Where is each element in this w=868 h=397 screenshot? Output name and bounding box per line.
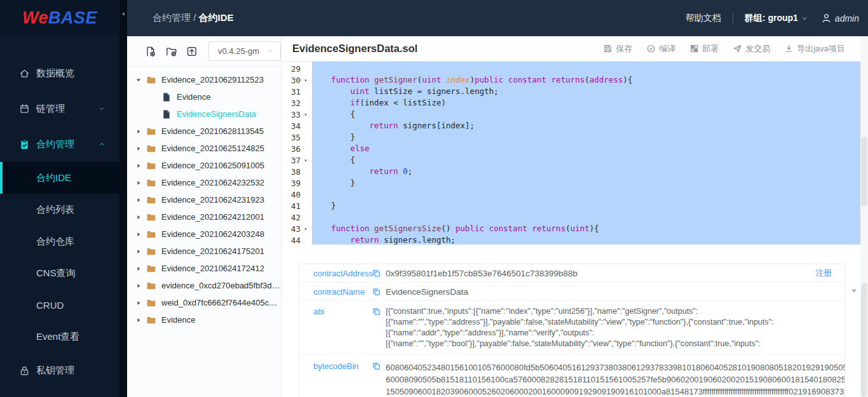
fold-toggle-icon[interactable]: ▾ (301, 226, 311, 232)
sidebar-subitem-CNS查询[interactable]: CNS查询 (0, 257, 119, 289)
collapse-left-icon[interactable] (120, 10, 126, 18)
tree-item[interactable]: Evidence_20210624172412 (127, 260, 281, 277)
file-icon (161, 92, 172, 102)
code-line: return signers.length; (312, 234, 860, 245)
tree-item[interactable]: Evidence_20210624231923 (127, 191, 281, 208)
sidebar-item-私钥管理[interactable]: 私钥管理 (0, 353, 119, 388)
new-file-icon[interactable] (145, 46, 156, 57)
detail-label: abi (299, 307, 372, 349)
save-icon (603, 44, 613, 53)
gutter-row: 34 (281, 120, 312, 131)
tree-item[interactable]: Evidence_20210624232532 (127, 174, 281, 191)
detail-value: 608060405234801561001057600080fd5b506040… (386, 361, 844, 397)
gutter-row: 30▾ (281, 74, 312, 86)
copy-icon[interactable] (372, 269, 381, 278)
line-number: 38 (281, 167, 301, 177)
copy-icon[interactable] (372, 361, 381, 371)
register-link[interactable]: 注册 (815, 267, 832, 279)
vertical-scrollbar[interactable] (860, 36, 868, 397)
toolbar-button-导出java项目[interactable]: 导出java项目 (784, 43, 845, 55)
toolbar-button-部署[interactable]: 部署 (689, 43, 719, 55)
code-line (312, 212, 860, 223)
code-line: { (312, 154, 860, 166)
scrollbar-thumb[interactable] (861, 283, 867, 397)
sidebar-item-合约管理[interactable]: 合约管理 (0, 126, 119, 162)
fold-toggle-icon[interactable]: ▾ (301, 158, 311, 163)
sidebar-subitem-CRUD[interactable]: CRUD (0, 289, 119, 321)
toolbar-button-编译[interactable]: 编译 (646, 43, 675, 55)
caret-right-icon[interactable] (135, 316, 142, 324)
folder-icon (146, 126, 156, 137)
tree-item[interactable]: Evidence (127, 311, 281, 328)
caret-right-icon[interactable] (135, 145, 142, 152)
caret-right-icon[interactable] (135, 162, 142, 170)
gutter-row: 33▾ (281, 109, 312, 120)
detail-value-line: EvidenceSignersData (386, 287, 844, 297)
user-menu[interactable]: admin (821, 13, 859, 24)
sidebar-subitem-Event查看[interactable]: Event查看 (0, 321, 119, 353)
caret-right-icon[interactable] (135, 196, 142, 204)
sidebar-item-数据概览[interactable]: 数据概览 (0, 55, 119, 91)
tree-item-label: evidence_0xcd270ebad5fbf3ddf42... (161, 281, 281, 290)
sidebar-subitem-合约列表[interactable]: 合约列表 (0, 194, 119, 225)
sidebar-item-label: 数据概览 (36, 67, 119, 79)
help-docs-link[interactable]: 帮助文档 (686, 13, 721, 24)
breadcrumb: 合约管理 / 合约IDE (153, 12, 234, 24)
new-folder-icon[interactable] (166, 46, 177, 57)
tree-item[interactable]: Evidence_20210625124825 (127, 140, 281, 157)
sidebar-subitem-合约仓库[interactable]: 合约仓库 (0, 225, 119, 257)
caret-right-icon[interactable] (135, 282, 142, 290)
fold-toggle-icon[interactable]: ▾ (301, 77, 311, 83)
sidebar-subitem-合约IDE[interactable]: 合约IDE (0, 162, 119, 194)
caret-right-icon[interactable] (135, 265, 142, 273)
caret-right-icon[interactable] (135, 231, 142, 238)
caret-right-icon[interactable] (135, 248, 142, 255)
tree-item[interactable]: Evidence_20210625091005 (127, 157, 281, 174)
breadcrumb-current: 合约IDE (199, 12, 234, 23)
tree-item[interactable]: Evidence_20210624203248 (127, 225, 281, 243)
fold-toggle-icon[interactable]: ▾ (301, 112, 311, 118)
details-collapse-icon[interactable] (850, 286, 858, 295)
detail-row-bytecodeBin: bytecodeBin60806040523480156100105760008… (299, 355, 844, 397)
scrollbar-thumb[interactable] (861, 137, 867, 206)
toolbar-button-发交易[interactable]: 发交易 (733, 43, 770, 55)
tree-item[interactable]: EvidenceSignersData (127, 105, 281, 123)
caret-right-icon[interactable] (135, 213, 142, 221)
tree-item[interactable]: Evidence_20210629112523 (127, 71, 281, 88)
breadcrumb-parent[interactable]: 合约管理 (153, 12, 191, 23)
upload-contract-icon[interactable] (186, 46, 198, 57)
copy-icon[interactable] (372, 307, 381, 316)
sidebar-item-链管理[interactable]: 链管理 (0, 91, 119, 126)
tree-item[interactable]: weid_0xd7fc6662f7644e405c3f4c7... (127, 294, 281, 311)
solc-version-select[interactable]: v0.4.25-gm (208, 41, 281, 61)
toolbar-button-label: 保存 (616, 43, 632, 55)
caret-right-icon[interactable] (135, 179, 142, 187)
toolbar-button-label: 部署 (702, 43, 719, 55)
copy-icon[interactable] (372, 287, 381, 297)
group-selector[interactable]: 群组: group1 (745, 13, 808, 24)
contract-icon (19, 139, 30, 150)
code-editor[interactable]: 2930▾313233▾34353637▾383940414243▾44 fun… (281, 62, 860, 245)
folder-icon (146, 178, 156, 188)
code-line: } (312, 131, 860, 143)
line-number: 29 (281, 64, 301, 74)
caret-right-icon[interactable] (135, 128, 142, 135)
toolbar-button-保存[interactable]: 保存 (603, 43, 632, 55)
caret-right-icon[interactable] (135, 299, 142, 307)
tree-item[interactable]: Evidence_20210624212001 (127, 208, 281, 225)
tree-item[interactable]: Evidence_20210624175201 (127, 243, 281, 260)
folder-icon (146, 229, 156, 239)
line-number: 39 (281, 178, 301, 188)
file-icon (161, 109, 172, 119)
tree-item[interactable]: Evidence (127, 88, 281, 105)
folder-icon (146, 161, 156, 171)
tree-item[interactable]: evidence_0xcd270ebad5fbf3ddf42... (127, 277, 281, 294)
sidebar-item-label: 链管理 (36, 103, 79, 115)
caret-down-icon[interactable] (135, 76, 142, 84)
detail-label: contractAddress (299, 269, 372, 278)
sidebar-collapse-rail[interactable] (119, 0, 127, 397)
chevron-down-icon (267, 48, 274, 55)
tree-item[interactable]: Evidence_20210628113545 (127, 123, 281, 140)
tree-item-label: Evidence_20210628113545 (161, 126, 264, 136)
code-line: } (312, 177, 860, 189)
